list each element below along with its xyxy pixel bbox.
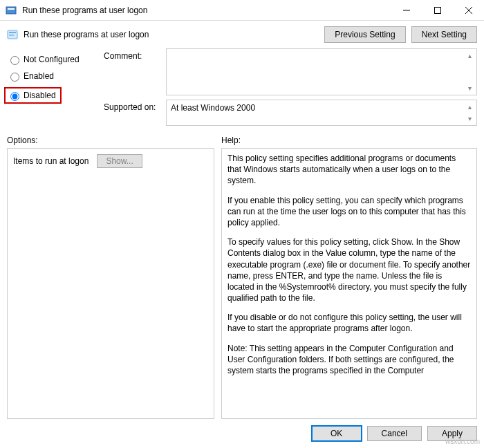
radio-enabled-input[interactable] (10, 73, 19, 82)
help-panel[interactable]: This policy setting specifies additional… (221, 148, 477, 419)
settings-area: Not Configured Enabled Disabled Comment:… (0, 48, 484, 130)
radio-disabled-label: Disabled (24, 91, 56, 100)
radio-not-configured-label: Not Configured (24, 55, 80, 64)
supported-label: Supported on: (104, 100, 166, 112)
help-paragraph: This policy setting specifies additional… (227, 153, 471, 187)
app-icon (6, 5, 17, 16)
header-row: Run these programs at user logon Previou… (0, 21, 484, 48)
scroll-up-icon[interactable]: ▴ (465, 102, 475, 112)
svg-rect-7 (9, 32, 16, 33)
radio-enabled[interactable]: Enabled (7, 68, 97, 84)
svg-rect-0 (6, 7, 16, 14)
supported-row: Supported on: At least Windows 2000 ▴ ▾ (104, 100, 477, 126)
comment-textarea[interactable]: ▴ ▾ (166, 48, 477, 95)
close-button[interactable] (453, 0, 484, 21)
lower-labels: Options: Help: (0, 130, 484, 148)
radio-disabled-input[interactable] (10, 92, 19, 101)
options-panel: Items to run at logon Show... (7, 148, 214, 419)
options-row: Items to run at logon Show... (13, 154, 208, 168)
help-paragraph: To specify values for this policy settin… (227, 236, 471, 304)
minimize-button[interactable] (391, 0, 422, 21)
titlebar: Run these programs at user logon (0, 0, 484, 21)
svg-rect-3 (434, 7, 440, 13)
scroll-down-icon[interactable]: ▾ (465, 83, 475, 93)
lower-panels: Items to run at logon Show... This polic… (0, 148, 484, 419)
comment-label: Comment: (104, 48, 166, 61)
scroll-up-icon[interactable]: ▴ (465, 50, 475, 61)
apply-button[interactable]: Apply (427, 426, 477, 441)
svg-rect-8 (9, 35, 14, 36)
options-section-label: Options: (7, 136, 221, 145)
radio-not-configured[interactable]: Not Configured (7, 51, 97, 68)
previous-setting-button[interactable]: Previous Setting (324, 26, 405, 43)
comment-row: Comment: ▴ ▾ (104, 48, 477, 95)
supported-value: At least Windows 2000 (171, 103, 255, 113)
policy-icon (7, 29, 18, 40)
help-section-label: Help: (221, 136, 241, 145)
dialog-buttons: OK Cancel Apply (0, 419, 484, 448)
help-paragraph: If you enable this policy setting, you c… (227, 195, 471, 229)
window-controls (391, 0, 484, 21)
svg-rect-1 (8, 8, 15, 10)
next-setting-button[interactable]: Next Setting (411, 26, 477, 43)
state-radio-group: Not Configured Enabled Disabled (7, 48, 97, 130)
show-button: Show... (97, 154, 142, 168)
radio-disabled[interactable]: Disabled (7, 90, 56, 101)
window-title: Run these programs at user logon (22, 6, 391, 15)
help-paragraph: Note: This setting appears in the Comput… (227, 343, 471, 377)
help-paragraph: If you disable or do not configure this … (227, 312, 471, 334)
maximize-button[interactable] (422, 0, 453, 21)
ok-button[interactable]: OK (312, 426, 362, 441)
cancel-button[interactable]: Cancel (367, 426, 422, 441)
scroll-down-icon[interactable]: ▾ (465, 113, 475, 124)
supported-box: At least Windows 2000 ▴ ▾ (166, 100, 477, 126)
fields-column: Comment: ▴ ▾ Supported on: At least Wind… (104, 48, 477, 130)
radio-enabled-label: Enabled (24, 71, 54, 81)
radio-disabled-highlight: Disabled (4, 87, 62, 104)
items-to-run-label: Items to run at logon (13, 156, 89, 166)
policy-title: Run these programs at user logon (24, 30, 319, 39)
radio-not-configured-input[interactable] (10, 56, 19, 65)
